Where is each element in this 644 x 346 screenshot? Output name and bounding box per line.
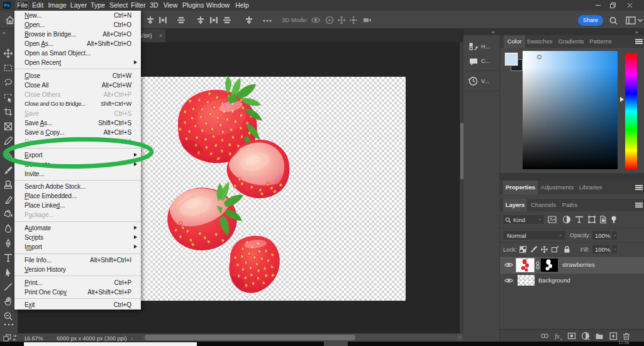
svg-text:fx: fx xyxy=(555,332,560,340)
